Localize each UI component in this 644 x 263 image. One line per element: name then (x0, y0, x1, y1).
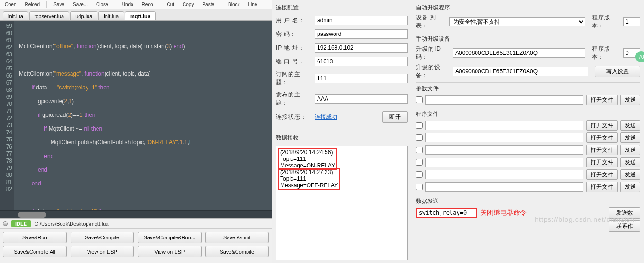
save-compile-run-button[interactable]: Save&Compile&Run... (138, 232, 202, 243)
recv-section-title: 数据接收 (276, 134, 408, 142)
toolbar-reload[interactable]: Reload (22, 2, 43, 7)
auto-ver-label: 程序版本： (592, 14, 620, 30)
upgrade-dev-input[interactable] (453, 67, 588, 76)
sub-input[interactable] (315, 74, 408, 83)
pass-label: 密 码： (276, 30, 312, 38)
save-compile-all-button[interactable]: Save&Compile All (3, 246, 67, 257)
save-compile-button-2[interactable]: Save&Compile (205, 246, 269, 257)
prog-file-path[interactable] (425, 145, 583, 155)
param-send-button[interactable]: 发送 (620, 95, 640, 105)
editor-tabs: init.lua tcpserver.lua udp.lua init.lua … (0, 9, 272, 21)
tab-tcpserver-lua[interactable]: tcpserver.lua (29, 11, 69, 20)
toolbar: Open Reload Save Save... Close Undo Redo… (0, 0, 272, 9)
prog-open-button[interactable]: 打开文件 (586, 120, 618, 131)
prog-file-path[interactable] (425, 133, 583, 142)
prog-send-button[interactable]: 发送 (620, 132, 640, 143)
toolbar-line[interactable]: Line (245, 2, 260, 7)
contact-button[interactable]: 联系作 (609, 220, 640, 232)
tab-init-lua[interactable]: init.lua (3, 11, 28, 20)
user-input[interactable] (315, 16, 408, 25)
view-on-esp-button[interactable]: View on ESP (71, 246, 134, 257)
toolbar-save[interactable]: Save (51, 2, 67, 7)
save-run-button[interactable]: Save&Run (3, 232, 67, 243)
toolbar-close[interactable]: Close (93, 2, 111, 7)
toolbar-cut[interactable]: Cut (164, 2, 177, 7)
manual-ver-label: 程序版本： (592, 45, 620, 61)
tab-udp-lua[interactable]: udp.lua (70, 11, 97, 20)
h-scrollbar[interactable] (0, 210, 272, 218)
write-settings-button[interactable]: 写入设置 (595, 66, 640, 77)
auto-ver-input[interactable] (623, 17, 640, 26)
prog-send-button[interactable]: 发送 (620, 182, 640, 192)
param-file-check[interactable] (416, 96, 423, 103)
idle-badge: IDLE (11, 220, 31, 227)
separator (115, 1, 115, 8)
conn-section-title: 连接配置 (276, 4, 408, 12)
save-compile-button[interactable]: Save&Compile (71, 232, 134, 243)
port-input[interactable] (315, 57, 408, 66)
code-editor[interactable]: 5960616263646566676869707172737475767778… (0, 21, 272, 210)
upgrade-id-input[interactable] (453, 48, 585, 58)
pub-input[interactable] (315, 94, 408, 104)
prog-file-check[interactable] (416, 122, 423, 129)
prog-open-button[interactable]: 打开文件 (586, 182, 618, 192)
send-input[interactable] (416, 208, 477, 218)
prog-open-button[interactable]: 打开文件 (586, 157, 618, 167)
prog-file-path[interactable] (425, 158, 583, 167)
prog-file-check[interactable] (416, 134, 423, 141)
save-as-init-button[interactable]: Save As init (205, 232, 269, 243)
devlist-label: 设备 列表： (416, 14, 446, 30)
code-area[interactable]: MqttClient:on("offline", function(client… (14, 21, 272, 210)
view-on-esp-button-2[interactable]: View on ESP (138, 246, 202, 257)
recv-highlight-1: (2018/9/20 14:24:56) Topic=111 Message=O… (278, 148, 337, 170)
pass-input[interactable] (315, 29, 408, 39)
toolbar-saveas[interactable]: Save... (70, 2, 90, 7)
prog-file-check[interactable] (416, 184, 423, 190)
separator (160, 1, 160, 8)
prog-send-button[interactable]: 发送 (620, 120, 640, 131)
param-file-path[interactable] (425, 95, 583, 105)
sub-label: 订阅的主题： (276, 70, 312, 87)
prog-send-button[interactable]: 发送 (620, 169, 640, 180)
prog-file-path[interactable] (425, 182, 583, 192)
tab-init-lua-2[interactable]: init.lua (98, 11, 124, 20)
h-scroll-thumb[interactable] (18, 212, 46, 218)
recv-line: Message=OFF-RELAY (280, 182, 338, 189)
send-data-button[interactable]: 发送数 (609, 207, 640, 219)
prog-file-check[interactable] (416, 159, 423, 166)
toolbar-paste[interactable]: Paste (199, 2, 217, 7)
file-path: C:\Users\Book\Desktop\mqtt.lua (35, 221, 109, 227)
prog-file-check[interactable] (416, 171, 423, 178)
prog-open-button[interactable]: 打开文件 (586, 145, 618, 155)
pub-label: 发布的主题： (276, 91, 312, 107)
line-gutter: 5960616263646566676869707172737475767778… (0, 21, 14, 210)
port-label: 端 口 号： (276, 58, 312, 66)
ip-input[interactable] (315, 43, 408, 53)
prog-open-button[interactable]: 打开文件 (586, 132, 618, 143)
prog-file-path[interactable] (425, 170, 583, 179)
prog-file-path[interactable] (425, 121, 583, 130)
data-send-title: 数据发送 (416, 197, 640, 205)
manual-upgrade-title: 手动升级设备 (416, 35, 640, 43)
devlist-select[interactable]: 为安全性,暂不支持 (449, 17, 585, 26)
upgrade-id-label: 升级的ID码： (416, 45, 450, 61)
tab-mqtt-lua[interactable]: mqtt.lua (125, 11, 156, 20)
send-note: 关闭继电器命令 (480, 209, 527, 217)
toolbar-undo[interactable]: Undo (119, 2, 136, 7)
prog-open-button[interactable]: 打开文件 (586, 169, 618, 180)
disconnect-button[interactable]: 断开 (382, 111, 408, 123)
prog-send-button[interactable]: 发送 (620, 157, 640, 167)
param-open-button[interactable]: 打开文件 (586, 95, 618, 105)
recv-textarea[interactable]: (2018/9/20 14:24:56) Topic=111 Message=O… (276, 146, 408, 260)
divider (416, 108, 640, 108)
toolbar-copy[interactable]: Copy (180, 2, 196, 7)
prog-file-check[interactable] (416, 147, 423, 153)
toolbar-redo[interactable]: Redo (139, 2, 156, 7)
prog-send-button[interactable]: 发送 (620, 145, 640, 155)
recv-line: Topic=111 (280, 175, 338, 182)
toolbar-block[interactable]: Block (225, 2, 242, 7)
recv-line: Topic=111 (280, 156, 335, 162)
progress-badge: 70 (635, 51, 644, 62)
divider (416, 195, 640, 195)
toolbar-open[interactable]: Open (2, 2, 19, 7)
